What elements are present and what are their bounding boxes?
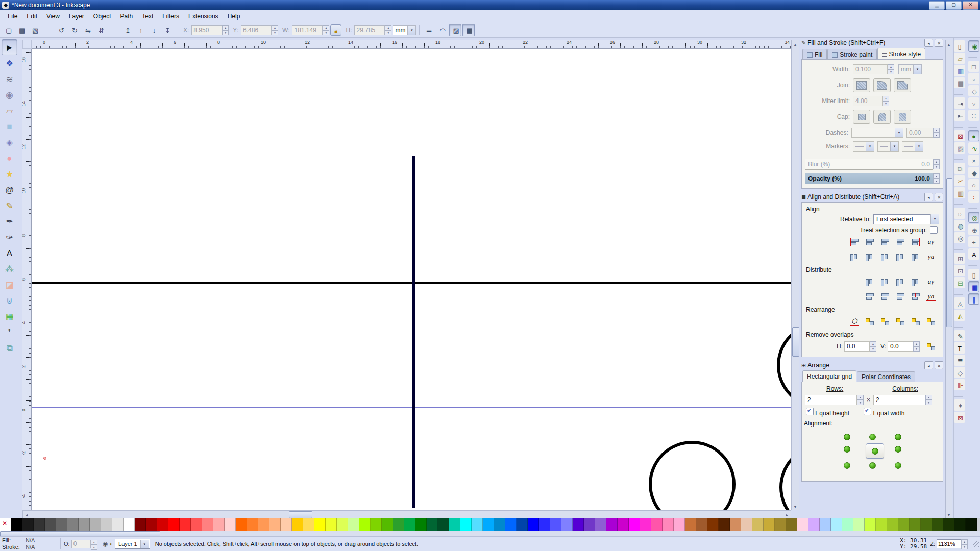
affect-corners-toggle[interactable]: ◠ bbox=[436, 24, 448, 36]
snap-bbox-corners-toggle[interactable]: ◇ bbox=[968, 85, 979, 96]
color-swatch[interactable] bbox=[303, 518, 314, 531]
align-right-edges-button[interactable] bbox=[893, 235, 907, 248]
align-left-edges-button[interactable] bbox=[863, 235, 876, 248]
page-border-right[interactable] bbox=[780, 49, 780, 510]
color-swatch[interactable] bbox=[79, 518, 90, 531]
color-swatch[interactable] bbox=[561, 518, 573, 531]
chevron-down-icon[interactable] bbox=[915, 142, 923, 151]
align-middle-right-option[interactable] bbox=[891, 443, 904, 455]
node-marker[interactable] bbox=[43, 457, 46, 460]
snap-toggle[interactable] bbox=[968, 208, 977, 209]
end-marker-dropdown[interactable] bbox=[902, 141, 923, 152]
color-swatch[interactable] bbox=[764, 518, 775, 531]
scroll-left-arrow[interactable] bbox=[23, 511, 30, 518]
paste-button[interactable]: ▥ bbox=[954, 187, 965, 198]
menu-item[interactable]: Object bbox=[89, 11, 116, 21]
color-swatch[interactable] bbox=[573, 518, 584, 531]
opacity-slider[interactable]: Opacity (%)100.0 bbox=[805, 173, 933, 184]
align-bottom-to-anchor-top-button[interactable] bbox=[847, 250, 861, 263]
snap-text-baseline-toggle[interactable]: A bbox=[968, 248, 979, 260]
select-all-layers-button[interactable]: ▤ bbox=[15, 24, 28, 36]
color-swatch[interactable] bbox=[124, 518, 135, 531]
vertical-scroll-thumb[interactable] bbox=[792, 327, 799, 357]
color-swatch[interactable] bbox=[505, 518, 517, 531]
treat-as-group-checkbox[interactable] bbox=[930, 226, 938, 234]
menu-item[interactable]: View bbox=[42, 11, 64, 21]
color-swatch[interactable] bbox=[629, 518, 640, 531]
layer-lock-icon[interactable]: ▪ bbox=[110, 541, 112, 547]
tab-fill[interactable]: Fill bbox=[802, 49, 827, 59]
distribute-top-edges-button[interactable] bbox=[863, 290, 876, 303]
distribute-left-edges-button[interactable] bbox=[863, 275, 876, 288]
color-swatch[interactable] bbox=[168, 518, 180, 531]
color-swatch[interactable] bbox=[157, 518, 168, 531]
snap-enable-toggle[interactable]: ◉ bbox=[968, 40, 979, 52]
create-clone-button[interactable]: ⊡ bbox=[954, 265, 965, 276]
text-tool[interactable]: A bbox=[2, 245, 17, 261]
snap-bbox-edges-toggle[interactable]: ▫ bbox=[968, 73, 979, 84]
color-swatch[interactable] bbox=[730, 518, 741, 531]
graph-layout-button[interactable]: ⬡ bbox=[847, 315, 861, 328]
color-swatch[interactable] bbox=[90, 518, 101, 531]
align-right-to-anchor-left-button[interactable] bbox=[847, 235, 861, 248]
close-panel-button[interactable] bbox=[935, 361, 943, 369]
duplicate-button[interactable]: ⊞ bbox=[954, 253, 965, 264]
align-top-left-option[interactable] bbox=[840, 431, 853, 442]
text-dialog-button[interactable]: T bbox=[954, 342, 965, 354]
stroke-width-spinner[interactable] bbox=[888, 64, 894, 74]
color-swatch[interactable] bbox=[831, 518, 842, 531]
drawn-vertical-line[interactable] bbox=[412, 156, 415, 508]
color-swatch[interactable] bbox=[517, 518, 528, 531]
chevron-down-icon[interactable] bbox=[866, 142, 874, 151]
color-swatch[interactable] bbox=[180, 518, 191, 531]
measure-tool[interactable]: ▱ bbox=[2, 103, 17, 118]
minimize-button[interactable]: ▁ bbox=[929, 1, 945, 10]
color-swatch[interactable] bbox=[674, 518, 685, 531]
y-input[interactable] bbox=[241, 25, 272, 35]
distribute-bottom-edges-button[interactable] bbox=[893, 290, 907, 303]
color-swatch[interactable] bbox=[449, 518, 460, 531]
copy-button[interactable]: ⧉ bbox=[954, 163, 965, 174]
spiral-tool[interactable]: @ bbox=[2, 182, 17, 197]
rotate-ccw-button[interactable]: ↺ bbox=[55, 24, 67, 36]
start-marker-dropdown[interactable] bbox=[853, 141, 874, 152]
width-spinner[interactable] bbox=[323, 25, 329, 35]
snap-guides-toggle[interactable]: ∥ bbox=[968, 293, 979, 305]
page-border-left[interactable] bbox=[45, 49, 45, 510]
toolbar-button[interactable] bbox=[42, 24, 54, 36]
menu-item[interactable]: File bbox=[3, 11, 22, 21]
export-button[interactable]: ⇤ bbox=[954, 110, 965, 121]
color-swatch[interactable] bbox=[483, 518, 494, 531]
randomize-positions-button[interactable] bbox=[909, 315, 922, 328]
color-swatch[interactable] bbox=[359, 518, 371, 531]
height-input[interactable] bbox=[354, 25, 385, 35]
distribute-horizontal-gaps-button[interactable] bbox=[909, 275, 922, 288]
close-button[interactable]: ✕ bbox=[963, 1, 978, 10]
color-swatch[interactable] bbox=[696, 518, 707, 531]
color-swatch[interactable] bbox=[752, 518, 764, 531]
color-swatch[interactable] bbox=[191, 518, 202, 531]
calligraphy-tool[interactable]: ✑ bbox=[2, 229, 17, 245]
color-swatch[interactable] bbox=[921, 518, 932, 531]
close-panel-button[interactable] bbox=[935, 39, 943, 47]
color-swatch[interactable] bbox=[270, 518, 281, 531]
menu-item[interactable]: Path bbox=[116, 11, 138, 21]
x-spinner[interactable] bbox=[222, 25, 229, 35]
open-document-button[interactable]: ▱ bbox=[954, 53, 965, 64]
color-swatch[interactable] bbox=[898, 518, 910, 531]
horizontal-scroll-thumb[interactable] bbox=[289, 511, 312, 518]
snap-object-centers-toggle[interactable]: ⊕ bbox=[968, 224, 979, 235]
left-ruler[interactable]: 1614121086420-2-4 bbox=[22, 49, 32, 510]
unclump-button[interactable] bbox=[924, 315, 938, 328]
lower-button[interactable]: ↓ bbox=[148, 24, 160, 36]
snap-toggle[interactable] bbox=[968, 265, 977, 266]
maximize-button[interactable]: ▢ bbox=[946, 1, 962, 10]
scroll-up-arrow[interactable] bbox=[945, 40, 952, 47]
unlink-clone-button[interactable]: ⊟ bbox=[954, 277, 965, 288]
color-swatch[interactable] bbox=[236, 518, 247, 531]
chevron-down-icon[interactable] bbox=[930, 214, 939, 224]
color-swatch[interactable] bbox=[247, 518, 258, 531]
iconify-panel-button[interactable] bbox=[924, 193, 933, 201]
join-round-button[interactable] bbox=[873, 78, 891, 92]
scroll-up-arrow[interactable] bbox=[792, 40, 799, 47]
